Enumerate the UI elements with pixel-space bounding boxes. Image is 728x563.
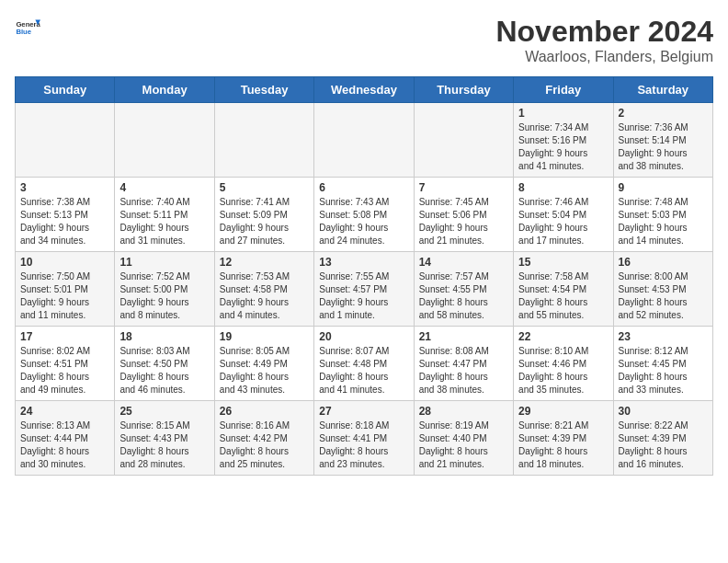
day-info: Sunrise: 8:00 AM Sunset: 4:53 PM Dayligh… [619, 270, 708, 322]
day-number: 24 [20, 405, 109, 418]
day-info: Sunrise: 8:22 AM Sunset: 4:39 PM Dayligh… [619, 419, 708, 471]
location-title: Waarloos, Flanders, Belgium [495, 49, 713, 65]
day-info: Sunrise: 8:12 AM Sunset: 4:45 PM Dayligh… [619, 345, 708, 396]
calendar-cell: 22Sunrise: 8:10 AM Sunset: 4:46 PM Dayli… [514, 327, 613, 401]
calendar-cell: 19Sunrise: 8:05 AM Sunset: 4:49 PM Dayli… [214, 327, 313, 401]
day-number: 16 [619, 256, 708, 269]
day-info: Sunrise: 8:16 AM Sunset: 4:42 PM Dayligh… [220, 419, 309, 471]
day-number: 23 [619, 330, 708, 343]
weekday-header: Wednesday [314, 77, 414, 103]
calendar-cell: 5Sunrise: 7:41 AM Sunset: 5:09 PM Daylig… [214, 178, 313, 252]
day-info: Sunrise: 7:41 AM Sunset: 5:09 PM Dayligh… [220, 196, 309, 247]
day-info: Sunrise: 7:36 AM Sunset: 5:14 PM Dayligh… [619, 121, 708, 173]
weekday-header-row: SundayMondayTuesdayWednesdayThursdayFrid… [16, 77, 713, 103]
day-number: 5 [220, 181, 309, 194]
calendar-cell [414, 103, 513, 178]
weekday-header: Saturday [613, 77, 712, 103]
day-info: Sunrise: 7:45 AM Sunset: 5:06 PM Dayligh… [419, 196, 508, 247]
calendar-week-row: 10Sunrise: 7:50 AM Sunset: 5:01 PM Dayli… [16, 252, 713, 327]
day-number: 8 [518, 181, 608, 194]
day-info: Sunrise: 8:08 AM Sunset: 4:47 PM Dayligh… [419, 345, 508, 396]
day-info: Sunrise: 7:38 AM Sunset: 5:13 PM Dayligh… [20, 196, 109, 247]
day-info: Sunrise: 8:03 AM Sunset: 4:50 PM Dayligh… [119, 345, 209, 396]
day-number: 11 [119, 256, 209, 269]
calendar-cell [16, 103, 115, 178]
day-info: Sunrise: 7:43 AM Sunset: 5:08 PM Dayligh… [319, 196, 408, 247]
calendar-cell [214, 103, 313, 178]
day-number: 6 [319, 181, 408, 194]
calendar-cell: 27Sunrise: 8:18 AM Sunset: 4:41 PM Dayli… [314, 401, 414, 476]
calendar-cell [115, 103, 214, 178]
day-info: Sunrise: 7:55 AM Sunset: 4:57 PM Dayligh… [319, 270, 408, 322]
day-number: 17 [20, 330, 109, 343]
day-info: Sunrise: 7:53 AM Sunset: 4:58 PM Dayligh… [220, 270, 309, 322]
month-title: November 2024 [495, 15, 713, 49]
logo: General Blue [15, 15, 40, 40]
day-info: Sunrise: 7:46 AM Sunset: 5:04 PM Dayligh… [518, 196, 608, 247]
calendar-cell: 21Sunrise: 8:08 AM Sunset: 4:47 PM Dayli… [414, 327, 513, 401]
day-number: 27 [319, 405, 408, 418]
calendar-cell: 28Sunrise: 8:19 AM Sunset: 4:40 PM Dayli… [414, 401, 513, 476]
calendar-cell: 25Sunrise: 8:15 AM Sunset: 4:43 PM Dayli… [115, 401, 214, 476]
day-number: 18 [119, 330, 209, 343]
day-info: Sunrise: 8:18 AM Sunset: 4:41 PM Dayligh… [319, 419, 408, 471]
day-number: 12 [220, 256, 309, 269]
calendar-cell: 24Sunrise: 8:13 AM Sunset: 4:44 PM Dayli… [16, 401, 115, 476]
title-area: November 2024 Waarloos, Flanders, Belgiu… [495, 15, 713, 65]
calendar-cell: 6Sunrise: 7:43 AM Sunset: 5:08 PM Daylig… [314, 178, 414, 252]
header: General Blue November 2024 Waarloos, Fla… [15, 15, 713, 65]
calendar-cell [314, 103, 414, 178]
day-number: 30 [619, 405, 708, 418]
calendar-cell: 13Sunrise: 7:55 AM Sunset: 4:57 PM Dayli… [314, 252, 414, 327]
day-number: 14 [419, 256, 508, 269]
day-number: 9 [619, 181, 708, 194]
calendar-week-row: 1Sunrise: 7:34 AM Sunset: 5:16 PM Daylig… [16, 103, 713, 178]
day-info: Sunrise: 8:13 AM Sunset: 4:44 PM Dayligh… [20, 419, 109, 471]
day-number: 21 [419, 330, 508, 343]
day-number: 7 [419, 181, 508, 194]
day-info: Sunrise: 8:15 AM Sunset: 4:43 PM Dayligh… [119, 419, 209, 471]
calendar-cell: 29Sunrise: 8:21 AM Sunset: 4:39 PM Dayli… [514, 401, 613, 476]
day-info: Sunrise: 8:02 AM Sunset: 4:51 PM Dayligh… [20, 345, 109, 396]
calendar-cell: 11Sunrise: 7:52 AM Sunset: 5:00 PM Dayli… [115, 252, 214, 327]
calendar-cell: 1Sunrise: 7:34 AM Sunset: 5:16 PM Daylig… [514, 103, 613, 178]
calendar-table: SundayMondayTuesdayWednesdayThursdayFrid… [15, 76, 713, 476]
calendar-cell: 30Sunrise: 8:22 AM Sunset: 4:39 PM Dayli… [613, 401, 712, 476]
calendar-cell: 10Sunrise: 7:50 AM Sunset: 5:01 PM Dayli… [16, 252, 115, 327]
day-info: Sunrise: 7:48 AM Sunset: 5:03 PM Dayligh… [619, 196, 708, 247]
day-info: Sunrise: 8:10 AM Sunset: 4:46 PM Dayligh… [518, 345, 608, 396]
day-number: 28 [419, 405, 508, 418]
calendar-cell: 8Sunrise: 7:46 AM Sunset: 5:04 PM Daylig… [514, 178, 613, 252]
calendar-cell: 23Sunrise: 8:12 AM Sunset: 4:45 PM Dayli… [613, 327, 712, 401]
calendar-cell: 17Sunrise: 8:02 AM Sunset: 4:51 PM Dayli… [16, 327, 115, 401]
day-info: Sunrise: 7:34 AM Sunset: 5:16 PM Dayligh… [518, 121, 608, 173]
day-info: Sunrise: 7:57 AM Sunset: 4:55 PM Dayligh… [419, 270, 508, 322]
day-number: 2 [619, 107, 708, 120]
day-number: 10 [20, 256, 109, 269]
calendar-cell: 12Sunrise: 7:53 AM Sunset: 4:58 PM Dayli… [214, 252, 313, 327]
day-number: 22 [518, 330, 608, 343]
weekday-header: Thursday [414, 77, 513, 103]
day-number: 19 [220, 330, 309, 343]
day-info: Sunrise: 7:40 AM Sunset: 5:11 PM Dayligh… [119, 196, 209, 247]
calendar-cell: 2Sunrise: 7:36 AM Sunset: 5:14 PM Daylig… [613, 103, 712, 178]
calendar-week-row: 3Sunrise: 7:38 AM Sunset: 5:13 PM Daylig… [16, 178, 713, 252]
day-info: Sunrise: 7:58 AM Sunset: 4:54 PM Dayligh… [518, 270, 608, 322]
calendar-cell: 4Sunrise: 7:40 AM Sunset: 5:11 PM Daylig… [115, 178, 214, 252]
calendar-cell: 20Sunrise: 8:07 AM Sunset: 4:48 PM Dayli… [314, 327, 414, 401]
day-number: 1 [518, 107, 608, 120]
day-number: 13 [319, 256, 408, 269]
calendar-cell: 16Sunrise: 8:00 AM Sunset: 4:53 PM Dayli… [613, 252, 712, 327]
calendar-week-row: 24Sunrise: 8:13 AM Sunset: 4:44 PM Dayli… [16, 401, 713, 476]
day-number: 29 [518, 405, 608, 418]
day-info: Sunrise: 8:21 AM Sunset: 4:39 PM Dayligh… [518, 419, 608, 471]
day-number: 15 [518, 256, 608, 269]
day-number: 4 [119, 181, 209, 194]
calendar-cell: 3Sunrise: 7:38 AM Sunset: 5:13 PM Daylig… [16, 178, 115, 252]
day-number: 25 [119, 405, 209, 418]
calendar-cell: 18Sunrise: 8:03 AM Sunset: 4:50 PM Dayli… [115, 327, 214, 401]
day-info: Sunrise: 8:19 AM Sunset: 4:40 PM Dayligh… [419, 419, 508, 471]
day-info: Sunrise: 8:05 AM Sunset: 4:49 PM Dayligh… [220, 345, 309, 396]
weekday-header: Friday [514, 77, 613, 103]
day-number: 26 [220, 405, 309, 418]
